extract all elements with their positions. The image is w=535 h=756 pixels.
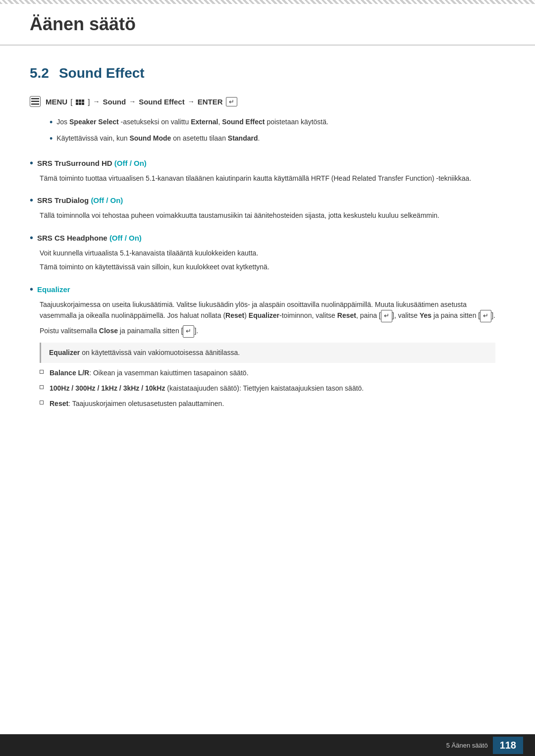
feature-bullet-4: • xyxy=(30,284,33,295)
sub-bullet-3 xyxy=(40,401,44,404)
sub-item-reset: Reset: Taajuuskorjaimen oletusasetusten … xyxy=(40,399,505,409)
nav-menu-label: MENU xyxy=(46,98,67,106)
sub-item-text-3: Reset: Taajuuskorjaimen oletusasetusten … xyxy=(50,399,224,409)
feature-desc-4b: Poistu valitsemalla Close ja painamalla … xyxy=(40,325,505,338)
footer-label: 5 Äänen säätö xyxy=(446,742,488,749)
section-number: 5.2 xyxy=(30,65,49,81)
note-item-2: • Käytettävissä vain, kun Sound Mode on … xyxy=(50,133,505,146)
svg-rect-0 xyxy=(31,98,39,100)
feature-srs-cs-headphone: • SRS CS Headphone (Off / On) Voit kuunn… xyxy=(30,232,505,273)
sub-bullet-1 xyxy=(40,370,44,374)
feature-desc-4a: Taajuuskorjaimessa on useita liukusäätim… xyxy=(40,299,505,322)
feature-desc-3a: Voit kuunnella virtuaalista 5.1-kanavais… xyxy=(40,248,505,258)
inline-enter-2: ↵ xyxy=(480,310,491,322)
main-content: 5.2 Sound Effect MENU [ ] → Sound → Soun… xyxy=(0,46,535,459)
equalizer-sub-list: Balance L/R: Oikean ja vasemman kaiuttim… xyxy=(40,368,505,409)
nav-grid-icon xyxy=(75,98,85,106)
sub-bullet-2 xyxy=(40,385,44,389)
nav-arrow-3: → xyxy=(188,98,195,105)
feature-title-1: SRS TruSurround HD (Off / On) xyxy=(37,159,147,167)
note-item-1: • Jos Speaker Select -asetukseksi on val… xyxy=(50,117,505,129)
sub-item-hz: 100Hz / 300Hz / 1kHz / 3kHz / 10kHz (kai… xyxy=(40,383,505,394)
svg-rect-1 xyxy=(31,101,39,102)
page-title: Äänen säätö xyxy=(30,14,505,35)
top-decoration xyxy=(0,0,535,4)
feature-desc-3b: Tämä toiminto on käytettävissä vain sill… xyxy=(40,261,505,272)
feature-srs-trusurround: • SRS TruSurround HD (Off / On) Tämä toi… xyxy=(30,157,505,184)
feature-desc-2: Tällä toiminnolla voi tehostaa puheen vo… xyxy=(40,210,505,221)
menu-icon xyxy=(30,96,41,107)
nav-path: MENU [ ] → Sound → Sound Effect → ENTER … xyxy=(30,96,505,107)
feature-equalizer: • Equalizer Taajuuskorjaimessa on useita… xyxy=(30,284,505,409)
nav-sound-effect: Sound Effect xyxy=(139,98,185,106)
sub-item-text-1: Balance L/R: Oikean ja vasemman kaiuttim… xyxy=(50,368,249,378)
inline-enter-1: ↵ xyxy=(381,310,392,322)
nav-sound: Sound xyxy=(103,98,126,106)
note-text-1: Jos Speaker Select -asetukseksi on valit… xyxy=(56,117,328,127)
footer-page-number: 118 xyxy=(493,737,523,754)
nav-enter-label: ENTER xyxy=(198,98,223,106)
feature-desc-1: Tämä toiminto tuottaa virtuaalisen 5.1-k… xyxy=(40,173,505,184)
feature-title-2: SRS TruDialog (Off / On) xyxy=(37,196,123,204)
sub-item-balance: Balance L/R: Oikean ja vasemman kaiuttim… xyxy=(40,368,505,378)
nav-bracket-open: [ xyxy=(70,98,72,106)
note-text-2: Käytettävissä vain, kun Sound Mode on as… xyxy=(56,133,260,144)
page-header: Äänen säätö xyxy=(0,0,535,46)
feature-title-4: Equalizer xyxy=(37,285,70,294)
equalizer-info-box: Equalizer on käytettävissä vain vakiomuo… xyxy=(40,343,495,363)
feature-bullet-3: • xyxy=(30,232,33,244)
feature-title-row-3: • SRS CS Headphone (Off / On) xyxy=(30,232,505,244)
sub-item-text-2: 100Hz / 300Hz / 1kHz / 3kHz / 10kHz (kai… xyxy=(50,383,364,394)
notes-section: • Jos Speaker Select -asetukseksi on val… xyxy=(50,117,505,146)
feature-title-row-2: • SRS TruDialog (Off / On) xyxy=(30,195,505,206)
feature-bullet-2: • xyxy=(30,195,33,206)
nav-arrow-1: → xyxy=(93,98,100,105)
nav-arrow-2: → xyxy=(129,98,136,105)
note-bullet-2: • xyxy=(50,132,53,146)
section-title: Sound Effect xyxy=(59,65,145,81)
feature-title-row-1: • SRS TruSurround HD (Off / On) xyxy=(30,157,505,169)
feature-bullet-1: • xyxy=(30,157,33,169)
section-header: 5.2 Sound Effect xyxy=(30,65,505,81)
inline-enter-3: ↵ xyxy=(183,325,194,338)
feature-title-row-4: • Equalizer xyxy=(30,284,505,295)
nav-enter-icon: ↵ xyxy=(226,97,237,106)
feature-srs-trudialog: • SRS TruDialog (Off / On) Tällä toiminn… xyxy=(30,195,505,221)
note-bullet-1: • xyxy=(50,116,53,129)
nav-bracket-close: ] xyxy=(88,98,90,106)
page-footer: 5 Äänen säätö 118 xyxy=(0,734,535,756)
feature-title-3: SRS CS Headphone (Off / On) xyxy=(37,234,142,242)
svg-rect-2 xyxy=(31,103,39,105)
